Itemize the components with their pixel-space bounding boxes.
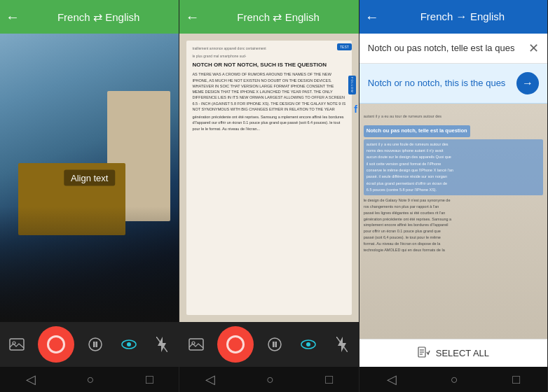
flash-off-button-doc[interactable] [329, 332, 355, 357]
language-selector-doc[interactable]: French ⇄ English [203, 10, 352, 24]
svg-point-15 [306, 342, 310, 346]
document-text-area: traillement annonce appareil donc certai… [186, 41, 351, 315]
instant-translate-toggle-doc[interactable] [296, 332, 321, 357]
recents-nav-icon[interactable]: □ [146, 372, 153, 387]
back-nav-icon[interactable]: ◁ [26, 372, 36, 387]
test-badge: TEST [337, 43, 352, 50]
camera-viewfinder: Align text [0, 34, 179, 322]
document-background: traillement annonce appareil donc certai… [179, 34, 358, 322]
document-top-bar: ← French ⇄ English [179, 0, 358, 34]
navigation-bar-trans: ◁ ○ □ [359, 367, 547, 392]
translation-top-bar: ← French → English [359, 0, 547, 34]
back-button[interactable]: ← [6, 9, 20, 25]
highlighted-paragraph: autant il y a eu une foule de rumeurs au… [364, 139, 543, 196]
shutter-button[interactable] [38, 326, 74, 363]
source-lang-doc[interactable]: French [237, 11, 270, 23]
scan-text-header: autant il y a eu au tour de rumeurs auto… [364, 108, 543, 120]
select-all-bar: SELECT ALL [359, 339, 547, 367]
shutter-button-doc[interactable] [217, 326, 254, 363]
source-text-box: Notch ou pas notch, telle est la ques ✕ [359, 34, 547, 64]
highlighted-para-text: autant il y a eu une foule de rumeurs au… [367, 141, 540, 194]
document-bottom-bar [179, 322, 358, 367]
target-lang-trans[interactable]: English [470, 10, 505, 22]
navigation-bar-doc: ◁ ○ □ [179, 367, 358, 392]
result-text: Notch or no notch, this is the ques [368, 77, 511, 90]
swap-lang-icon-doc: ⇄ [273, 11, 285, 23]
doc-more-text: génération précédente ont été reprises. … [192, 114, 345, 132]
scan-image: autant il y a eu au tour de rumeurs auto… [359, 104, 547, 339]
document-content: traillement annonce appareil donc certai… [179, 34, 358, 322]
select-all-label[interactable]: SELECT ALL [436, 348, 489, 358]
language-selector-trans[interactable]: French → English [383, 10, 542, 23]
svg-rect-13 [275, 342, 278, 347]
gallery-button[interactable] [4, 332, 29, 357]
scan-result-area: autant il y a eu au tour de rumeurs auto… [359, 104, 547, 339]
svg-rect-4 [95, 342, 97, 347]
svg-rect-0 [10, 339, 24, 350]
target-lang[interactable]: English [105, 11, 139, 23]
align-text-overlay: Align text [64, 170, 115, 186]
scan-text-below: le design de Galaxy Note 9 n'est pas syn… [364, 197, 543, 253]
close-translation-button[interactable]: ✕ [528, 41, 539, 56]
back-nav-doc[interactable]: ◁ [205, 372, 215, 387]
svg-rect-12 [273, 342, 275, 347]
swap-lang-icon: ⇄ [93, 11, 105, 23]
follow-badge: FOLLOW [348, 76, 356, 94]
direction-icon-trans: → [456, 10, 470, 22]
source-text: Notch ou pas notch, telle est la ques [368, 42, 523, 55]
camera-panel: ← French ⇄ English Align text [0, 0, 179, 392]
home-nav-trans[interactable]: ○ [451, 372, 458, 387]
select-icon [418, 346, 430, 360]
result-text-box: Notch or no notch, this is the ques → [359, 64, 547, 104]
home-nav-icon[interactable]: ○ [87, 372, 95, 387]
source-lang-trans[interactable]: French [420, 10, 453, 22]
go-icon: → [522, 77, 533, 90]
svg-point-6 [127, 342, 131, 346]
pause-button[interactable] [83, 332, 108, 357]
back-nav-trans[interactable]: ◁ [387, 372, 397, 387]
doc-title: NOTCH OR NOT NOTCH, SUCH IS THE QUESTION [192, 62, 345, 69]
highlighted-title-block: Notch ou pas notch, telle est la questio… [364, 125, 470, 137]
home-nav-doc[interactable]: ○ [266, 372, 274, 387]
pause-button-doc[interactable] [262, 332, 287, 357]
translation-panel: ← French → English Notch ou pas notch, t… [359, 0, 548, 392]
recents-nav-doc[interactable]: □ [325, 372, 333, 387]
back-button-doc[interactable]: ← [185, 9, 199, 25]
camera-background: Align text [0, 34, 179, 322]
back-button-trans[interactable]: ← [365, 9, 379, 25]
translation-content: Notch ou pas notch, telle est la ques ✕ … [359, 34, 547, 392]
camera-top-bar: ← French ⇄ English [0, 0, 179, 34]
highlighted-title-text: Notch ou pas notch, telle est la questio… [367, 127, 467, 135]
recents-nav-trans[interactable]: □ [512, 372, 520, 387]
svg-rect-9 [189, 339, 203, 350]
camera-bottom-bar [0, 322, 179, 367]
gallery-button-doc[interactable] [184, 332, 209, 357]
navigation-bar: ◁ ○ □ [0, 367, 179, 392]
svg-rect-3 [93, 342, 95, 347]
doc-header-line2: le plus grand mal smartphone sud- [192, 54, 345, 59]
svg-point-2 [89, 338, 102, 351]
instant-translate-toggle[interactable] [116, 332, 142, 357]
document-panel: ← French ⇄ English traillement annonce a… [179, 0, 359, 392]
facebook-icon: f [354, 104, 357, 115]
flash-off-button[interactable] [149, 332, 174, 357]
target-lang-doc[interactable]: English [285, 11, 320, 23]
doc-body-text: AS THERE WAS A CROWD OF RUMORS AROUND TH… [192, 71, 345, 112]
source-lang[interactable]: French [57, 11, 90, 23]
svg-point-11 [268, 338, 281, 351]
language-selector[interactable]: French ⇄ English [24, 10, 173, 24]
doc-header-line1: traillement annonce appareil donc certai… [192, 46, 345, 51]
open-full-translation-button[interactable]: → [516, 72, 539, 94]
